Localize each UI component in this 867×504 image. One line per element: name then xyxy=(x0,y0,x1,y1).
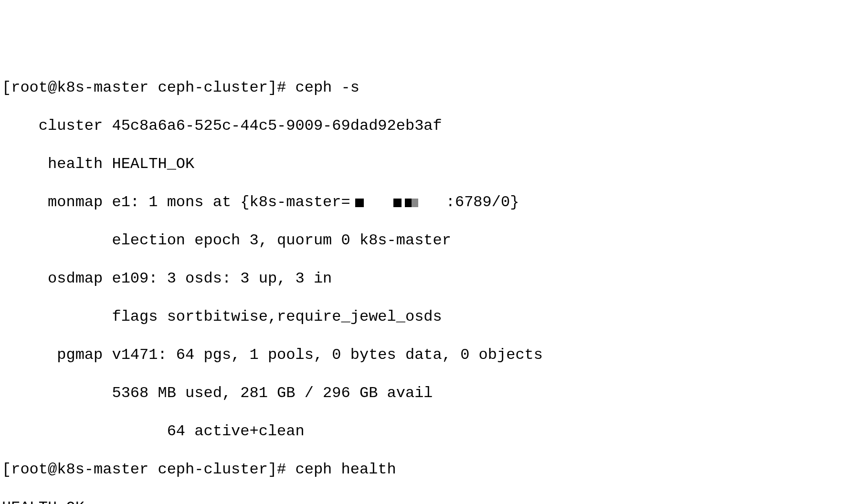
redacted-ip xyxy=(350,195,446,210)
shell-prompt: [root@k8s-master ceph-cluster]# xyxy=(2,461,296,478)
command-text: ceph -s xyxy=(296,79,359,96)
cluster-id: 45c8a6a6-525c-44c5-9009-69dad92eb3af xyxy=(112,117,442,135)
health-value: HEALTH_OK xyxy=(112,155,194,173)
health-output: HEALTH_OK xyxy=(2,498,865,504)
monmap-line: monmap e1: 1 mons at {k8s-master=:6789/0… xyxy=(2,193,865,212)
cluster-line: cluster 45c8a6a6-525c-44c5-9009-69dad92e… xyxy=(2,116,865,136)
health-line: health HEALTH_OK xyxy=(2,155,865,174)
prompt-line-2: [root@k8s-master ceph-cluster]# ceph hea… xyxy=(2,460,865,479)
pgstate-line: 64 active+clean xyxy=(2,422,865,441)
pgmap-line: pgmap v1471: 64 pgs, 1 pools, 0 bytes da… xyxy=(2,346,865,365)
shell-prompt: [root@k8s-master ceph-cluster]# xyxy=(2,79,296,96)
command-text: ceph health xyxy=(296,461,396,478)
usage-line: 5368 MB used, 281 GB / 296 GB avail xyxy=(2,384,865,403)
flags-line: flags sortbitwise,require_jewel_osds xyxy=(2,307,865,326)
prompt-line-1: [root@k8s-master ceph-cluster]# ceph -s xyxy=(2,78,865,97)
election-line: election epoch 3, quorum 0 k8s-master xyxy=(2,231,865,250)
osdmap-line: osdmap e109: 3 osds: 3 up, 3 in xyxy=(2,269,865,288)
